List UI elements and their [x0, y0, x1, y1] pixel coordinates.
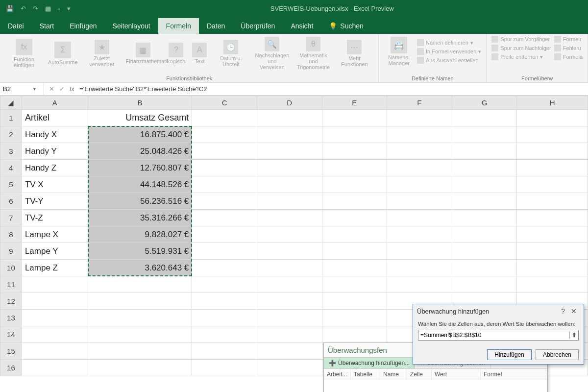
undo-icon[interactable]: ↶ — [21, 5, 26, 12]
cell[interactable] — [192, 210, 257, 226]
cell[interactable] — [257, 243, 322, 260]
cell[interactable] — [322, 126, 387, 143]
cell[interactable] — [257, 226, 322, 243]
cell[interactable] — [192, 176, 257, 193]
qat-icon[interactable]: ▾ — [67, 5, 71, 12]
cell[interactable] — [452, 193, 517, 210]
cell[interactable] — [517, 176, 588, 193]
cell[interactable] — [192, 160, 257, 176]
save-icon[interactable]: 💾 — [6, 5, 14, 12]
cell[interactable] — [517, 110, 588, 126]
cell[interactable] — [517, 243, 588, 260]
cell[interactable] — [192, 110, 257, 126]
tab-ansicht[interactable]: Ansicht — [283, 18, 321, 34]
more-functions-button[interactable]: ⋯Mehr Funktionen — [335, 39, 373, 68]
formula-input[interactable]: ='Erweiterte Suche'!B2*'Erweiterte Suche… — [77, 85, 588, 93]
tab-einfuegen[interactable]: Einfügen — [62, 18, 104, 34]
cell[interactable] — [88, 360, 192, 376]
cell[interactable] — [452, 226, 517, 243]
col-header[interactable]: F — [387, 96, 452, 110]
cell[interactable] — [452, 176, 517, 193]
cell[interactable] — [452, 210, 517, 226]
cell[interactable] — [322, 193, 387, 210]
row-header[interactable]: 1 — [0, 110, 22, 126]
cell[interactable] — [387, 176, 452, 193]
chevron-down-icon[interactable]: ▼ — [32, 87, 37, 92]
cell[interactable] — [517, 260, 588, 276]
close-icon[interactable]: ✕ — [568, 307, 580, 315]
cell[interactable] — [22, 326, 88, 343]
qat-icon[interactable]: ▦ — [45, 5, 51, 12]
cell[interactable]: Handy Z — [22, 160, 88, 176]
tab-ueberpruefen[interactable]: Überprüfen — [233, 18, 283, 34]
cell[interactable] — [387, 143, 452, 160]
cell[interactable] — [322, 293, 387, 310]
cell[interactable] — [517, 143, 588, 160]
cell[interactable] — [387, 260, 452, 276]
cell[interactable] — [452, 243, 517, 260]
cell[interactable]: 9.828.027 € — [88, 226, 192, 243]
row-header[interactable]: 7 — [0, 210, 22, 226]
remove-arrows-button[interactable]: Pfeile entfernen ▾ — [491, 53, 551, 60]
cell[interactable] — [257, 193, 322, 210]
confirm-icon[interactable]: ✓ — [59, 85, 65, 93]
cell[interactable]: 56.236.516 € — [88, 193, 192, 210]
qat-icon[interactable]: ▫ — [58, 5, 60, 12]
cell[interactable]: Handy Y — [22, 143, 88, 160]
cell[interactable] — [452, 276, 517, 293]
cell[interactable] — [257, 110, 322, 126]
cell[interactable] — [517, 160, 588, 176]
col-header[interactable]: B — [88, 96, 192, 110]
col-header[interactable]: G — [452, 96, 517, 110]
cell[interactable]: TV-Y — [22, 193, 88, 210]
cell[interactable] — [192, 360, 257, 376]
cell[interactable]: Lampe X — [22, 226, 88, 243]
use-in-formula-button[interactable]: In Formel verwenden ▾ — [417, 48, 481, 55]
cell[interactable] — [387, 243, 452, 260]
cell[interactable] — [452, 160, 517, 176]
cell[interactable] — [257, 293, 322, 310]
cell[interactable] — [88, 326, 192, 343]
cell[interactable] — [257, 326, 322, 343]
datetime-button[interactable]: 🕒Datum u. Uhrzeit — [212, 39, 250, 68]
cell[interactable] — [257, 360, 322, 376]
cell[interactable] — [192, 126, 257, 143]
cell[interactable]: Umsatz Gesamt — [88, 110, 192, 126]
cell[interactable] — [192, 243, 257, 260]
cell[interactable] — [322, 160, 387, 176]
range-input[interactable] — [418, 330, 569, 340]
cell[interactable] — [517, 126, 588, 143]
cell[interactable] — [192, 343, 257, 360]
cell[interactable] — [257, 210, 322, 226]
cell[interactable] — [88, 343, 192, 360]
cell[interactable] — [257, 126, 322, 143]
tab-daten[interactable]: Daten — [199, 18, 233, 34]
cell[interactable] — [192, 143, 257, 160]
cell[interactable] — [322, 260, 387, 276]
add-watch-dialog[interactable]: Überwachung hinzufügen ? ✕ Wählen Sie di… — [413, 304, 584, 365]
col-header[interactable]: C — [192, 96, 257, 110]
row-header[interactable]: 15 — [0, 343, 22, 360]
ok-button[interactable]: Hinzufügen — [487, 349, 532, 360]
row-header[interactable]: 13 — [0, 310, 22, 326]
cell[interactable] — [452, 143, 517, 160]
create-from-selection-button[interactable]: Aus Auswahl erstellen — [417, 57, 481, 64]
trace-precedents-button[interactable]: Spur zum Vorgänger — [491, 36, 551, 43]
cell[interactable] — [387, 226, 452, 243]
name-box[interactable]: ▼ — [0, 83, 44, 95]
row-header[interactable]: 14 — [0, 326, 22, 343]
cell[interactable]: Handy X — [22, 126, 88, 143]
row-header[interactable]: 10 — [0, 260, 22, 276]
cell[interactable] — [387, 210, 452, 226]
fx-icon[interactable]: fx — [70, 85, 77, 93]
cell[interactable] — [517, 193, 588, 210]
row-header[interactable]: 2 — [0, 126, 22, 143]
cell[interactable]: TV X — [22, 176, 88, 193]
cancel-button[interactable]: Abbrechen — [536, 349, 579, 360]
cell[interactable]: 44.148.526 € — [88, 176, 192, 193]
cell[interactable]: 35.316.266 € — [88, 210, 192, 226]
add-watch-button[interactable]: ➕Überwachung hinzufügen... — [324, 358, 415, 368]
cell[interactable]: Lampe Z — [22, 260, 88, 276]
select-all-corner[interactable]: ◢ — [0, 96, 22, 110]
cell[interactable]: 5.519.931 € — [88, 243, 192, 260]
